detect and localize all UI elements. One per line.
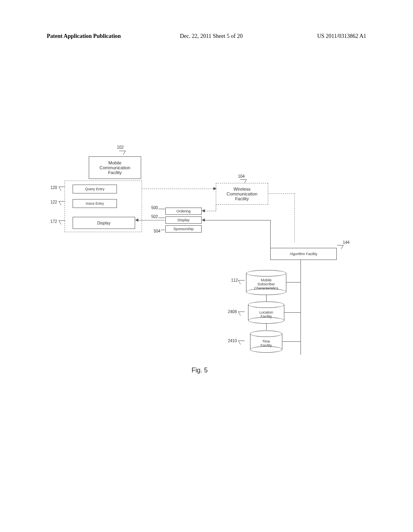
ref-112: 112 bbox=[231, 278, 238, 283]
time-label: Time Facility bbox=[250, 337, 282, 349]
arrow-displaymid-to-displayleft bbox=[138, 220, 165, 220]
ordering-box: Ordering bbox=[165, 208, 202, 215]
connector-line bbox=[294, 193, 295, 242]
arrow-query-to-wireless bbox=[142, 189, 215, 189]
ref-122: 122 bbox=[50, 200, 57, 204]
arrow-wireless-to-ordering bbox=[205, 211, 216, 211]
ref-172: 172 bbox=[50, 219, 57, 224]
location-label: Location Facility bbox=[248, 308, 284, 320]
page-header: Patent Application Publication Dec. 22, … bbox=[47, 33, 366, 39]
voice-entry-box: Voice Entry bbox=[73, 199, 117, 208]
ref-2410: 2410 bbox=[228, 339, 237, 343]
ref-102: 102 bbox=[117, 145, 124, 150]
arrow-head-icon bbox=[135, 218, 138, 222]
mobile-communication-facility-box: Mobile Communication Facility bbox=[89, 156, 141, 179]
location-facility-db: Location Facility bbox=[248, 301, 284, 324]
lead-line bbox=[238, 280, 247, 284]
lead-line bbox=[117, 151, 126, 155]
arrow-head-icon bbox=[202, 209, 205, 212]
display-mid-box: Display bbox=[165, 216, 202, 224]
ref-504: 504 bbox=[154, 229, 161, 233]
connector-line bbox=[268, 193, 294, 194]
ref-502: 502 bbox=[151, 214, 158, 219]
connector-line bbox=[266, 324, 267, 330]
lead-line bbox=[161, 230, 165, 230]
sponsorship-box: Sponsorship bbox=[165, 225, 202, 233]
figure-5-diagram: 102 Mobile Communication Facility Query … bbox=[46, 141, 353, 399]
msc-label: Mobile Subscriber Characteristics bbox=[246, 276, 286, 292]
ref-500: 500 bbox=[151, 206, 158, 210]
figure-caption: Fig. 5 bbox=[46, 367, 353, 374]
lead-line bbox=[335, 245, 344, 249]
ref-104: 104 bbox=[238, 174, 245, 179]
ref-144: 144 bbox=[343, 240, 350, 245]
lead-line bbox=[238, 312, 247, 316]
lead-line bbox=[159, 209, 165, 209]
display-left-box: Display bbox=[73, 217, 135, 229]
header-publication: Patent Application Publication bbox=[47, 33, 121, 39]
connector-line bbox=[205, 220, 270, 220]
connector-line bbox=[282, 341, 300, 342]
wireless-communication-facility-box: Wireless Communication Facility bbox=[216, 183, 268, 205]
connector-line bbox=[300, 260, 301, 355]
mobile-subscriber-characteristics-db: Mobile Subscriber Characteristics bbox=[246, 270, 286, 295]
arrow-head-icon bbox=[202, 218, 205, 222]
header-patent-number: US 2011/0313862 A1 bbox=[317, 33, 366, 39]
arrow-head-icon bbox=[213, 187, 217, 190]
time-facility-db: Time Facility bbox=[250, 330, 282, 353]
connector-line bbox=[286, 282, 300, 283]
connector-line bbox=[216, 205, 216, 211]
ref-120: 120 bbox=[50, 185, 57, 190]
connector-line bbox=[266, 295, 267, 301]
connector-line bbox=[270, 220, 271, 248]
connector-line bbox=[284, 312, 300, 313]
algorithm-facility-box: Algorithm Facility bbox=[270, 248, 337, 260]
query-entry-box: Query Entry bbox=[73, 185, 117, 193]
ref-2408: 2408 bbox=[228, 310, 237, 314]
lead-line bbox=[238, 341, 247, 345]
lead-line bbox=[159, 218, 165, 218]
header-sheet-info: Dec. 22, 2011 Sheet 5 of 20 bbox=[180, 33, 243, 39]
